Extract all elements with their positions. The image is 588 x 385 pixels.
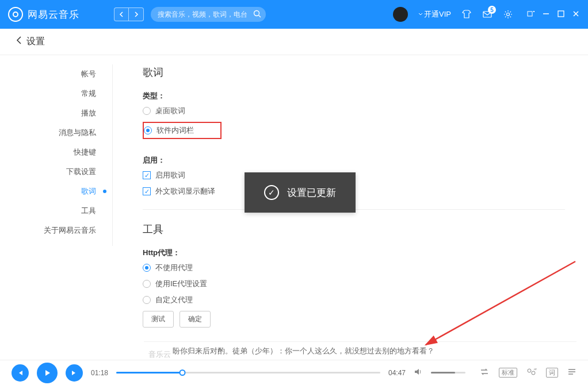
maximize-button[interactable] <box>557 10 565 20</box>
search-input[interactable] <box>151 7 266 22</box>
app-name: 网易云音乐 <box>28 8 79 21</box>
svg-line-1 <box>259 16 261 18</box>
svg-point-9 <box>532 371 535 375</box>
settings-sidebar: 帐号 常规 播放 消息与隐私 快捷键 下载设置 歌词 工具 关于网易云音乐 <box>0 55 113 360</box>
play-button[interactable] <box>37 363 58 383</box>
effects-icon[interactable]: on <box>526 367 537 378</box>
ok-button[interactable]: 确定 <box>180 311 211 328</box>
page-title: 设置 <box>26 36 45 48</box>
section-heading-lyrics: 歌词 <box>143 66 565 79</box>
chevron-left-icon <box>16 36 22 45</box>
radio-desktop-lyrics[interactable]: 桌面歌词 <box>143 106 565 116</box>
chevron-right-icon <box>134 11 139 17</box>
radio-icon <box>143 296 151 304</box>
proxy-label: Http代理： <box>143 248 565 258</box>
time-current: 01:18 <box>91 369 108 377</box>
sidebar-item-download[interactable]: 下载设置 <box>0 162 112 182</box>
minimize-button[interactable] <box>542 10 550 20</box>
player-bar: 01:18 04:47 标准 on 词 <box>0 360 588 385</box>
radio-ie-proxy[interactable]: 使用IE代理设置 <box>143 279 565 289</box>
nav-forward-button[interactable] <box>129 7 144 21</box>
highlight-annotation: 软件内词栏 <box>143 122 222 139</box>
checkbox-icon: ✓ <box>143 187 151 195</box>
svg-point-8 <box>528 369 531 372</box>
loop-icon[interactable] <box>479 367 490 378</box>
svg-text:on: on <box>534 367 537 371</box>
enable-label: 启用： <box>143 155 565 165</box>
skin-icon[interactable] <box>461 9 472 20</box>
volume-icon[interactable] <box>414 367 423 379</box>
test-button[interactable]: 测试 <box>143 311 174 328</box>
nav-back-button[interactable] <box>114 7 129 21</box>
sidebar-item-privacy[interactable]: 消息与隐私 <box>0 123 112 143</box>
progress-bar[interactable] <box>116 372 380 374</box>
sidebar-item-about[interactable]: 关于网易云音乐 <box>0 221 112 240</box>
vip-button[interactable]: 开通VIP <box>418 9 451 20</box>
playlist-icon[interactable] <box>567 367 576 378</box>
section-heading-tools: 工具 <box>143 222 565 236</box>
caret-down-icon <box>418 12 423 17</box>
progress-fill <box>116 372 182 374</box>
time-total: 04:47 <box>388 369 406 377</box>
gear-icon[interactable] <box>503 9 513 20</box>
svg-rect-6 <box>558 11 564 17</box>
check-icon: ✓ <box>264 185 279 200</box>
sidebar-item-shortcut[interactable]: 快捷键 <box>0 143 112 162</box>
radio-icon <box>143 107 151 115</box>
checkbox-icon: ✓ <box>143 171 151 179</box>
mail-icon[interactable]: 5 <box>482 9 492 20</box>
prev-button[interactable] <box>12 364 29 382</box>
radio-custom-proxy[interactable]: 自定义代理 <box>143 295 565 305</box>
back-button[interactable] <box>16 36 22 48</box>
svg-rect-4 <box>528 11 532 16</box>
avatar[interactable] <box>393 7 408 22</box>
titlebar: 网易云音乐 开通VIP 5 <box>0 0 588 29</box>
sidebar-item-general[interactable]: 常规 <box>0 84 112 103</box>
settings-header: 设置 <box>0 29 588 55</box>
search-wrap <box>151 7 266 22</box>
logo-icon <box>8 7 23 22</box>
close-button[interactable] <box>572 10 580 20</box>
mail-badge: 5 <box>488 6 496 14</box>
topbar-right: 开通VIP 5 <box>393 7 580 22</box>
window-controls <box>527 10 580 20</box>
mini-mode-button[interactable] <box>527 10 535 20</box>
sidebar-item-playback[interactable]: 播放 <box>0 103 112 123</box>
search-icon[interactable] <box>253 10 261 20</box>
quality-button[interactable]: 标准 <box>499 368 517 378</box>
progress-thumb[interactable] <box>179 369 185 376</box>
radio-no-proxy[interactable]: 不使用代理 <box>143 263 565 273</box>
sidebar-item-lyrics[interactable]: 歌词 <box>0 182 112 201</box>
svg-point-0 <box>254 11 259 16</box>
radio-inapp-lyrics[interactable]: 软件内词栏 <box>144 125 194 136</box>
svg-point-3 <box>507 13 510 16</box>
toast-text: 设置已更新 <box>287 186 336 199</box>
lyric-bar: 盼你归来后对酌。徒弟（少年）：你一个人这么久，就没想过去别的地方看看？ <box>144 341 576 360</box>
app-logo: 网易云音乐 <box>8 7 79 22</box>
chevron-left-icon <box>119 11 124 17</box>
radio-icon <box>143 280 151 288</box>
vip-label: 开通VIP <box>424 9 451 20</box>
lyric-toggle-button[interactable]: 词 <box>546 368 558 378</box>
type-label: 类型： <box>143 91 565 101</box>
sidebar-item-tools[interactable]: 工具 <box>0 201 112 221</box>
volume-bar[interactable] <box>431 372 465 374</box>
radio-icon <box>143 264 151 272</box>
toast-settings-updated: ✓ 设置已更新 <box>245 172 356 213</box>
next-button[interactable] <box>66 364 83 382</box>
sidebar-item-account[interactable]: 帐号 <box>0 64 112 84</box>
radio-icon <box>144 126 152 134</box>
lyric-text: 盼你归来后对酌。徒弟（少年）：你一个人这么久，就没想过去别的地方看看？ <box>173 346 434 356</box>
nav-arrows <box>114 7 144 21</box>
